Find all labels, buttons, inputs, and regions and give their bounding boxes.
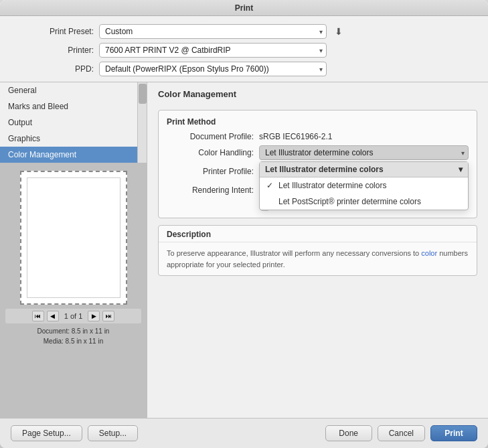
preview-inner — [27, 177, 120, 298]
right-panel: Color Management Print Method Document P… — [147, 82, 488, 418]
description-title: Description — [159, 226, 477, 242]
color-handling-row: Color Handling: Let Illustrator determin… — [167, 145, 469, 160]
ppd-label: PPD: — [13, 64, 94, 74]
doc-size-line2: Media: 8.5 in x 11 in — [37, 336, 110, 346]
doc-info: Document: 8.5 in x 11 in Media: 8.5 in x… — [37, 326, 110, 346]
save-preset-icon[interactable]: ⬇ — [335, 26, 343, 37]
color-handling-dropdown: Let Illustrator determine colors ▾ Let I… — [259, 161, 469, 210]
print-preset-select-wrapper: Custom ▾ — [99, 24, 327, 39]
title-bar: Print — [0, 0, 488, 16]
document-profile-label: Document Profile: — [167, 132, 254, 141]
color-handling-select[interactable]: Let Illustrator determine colors — [259, 145, 469, 160]
description-text-part1: To preserve appearance, Illustrator will… — [167, 249, 421, 257]
dropdown-header-text: Let Illustrator determine colors — [265, 165, 384, 174]
printer-select[interactable]: 7600 ART PRINT V2 @ CatbirdRIP — [99, 43, 327, 58]
rendering-intent-label: Rendering Intent: — [167, 185, 254, 195]
done-button[interactable]: Done — [325, 425, 372, 441]
dialog-title: Print — [235, 3, 253, 13]
sidebar-item-graphics[interactable]: Graphics — [0, 131, 147, 147]
main-content: GeneralMarks and BleedOutputGraphicsColo… — [0, 82, 488, 418]
preview-area: ⏮ ◀ 1 of 1 ▶ ⏭ Document: 8.5 in x 11 in … — [0, 163, 147, 418]
page-info: 1 of 1 — [62, 312, 86, 320]
nav-list: GeneralMarks and BleedOutputGraphicsColo… — [0, 82, 147, 163]
nav-scrollbar-thumb[interactable] — [139, 84, 147, 104]
description-text: To preserve appearance, Illustrator will… — [159, 242, 477, 275]
printer-row: Printer: 7600 ART PRINT V2 @ CatbirdRIP … — [13, 43, 475, 58]
nav-first-button[interactable]: ⏮ — [32, 311, 44, 321]
bottom-bar: Page Setup... Setup... Done Cancel Print — [0, 418, 488, 448]
printer-label: Printer: — [13, 46, 94, 55]
sidebar-item-color-management[interactable]: Color Management — [0, 147, 147, 163]
nav-scroll-area: GeneralMarks and BleedOutputGraphicsColo… — [0, 82, 147, 163]
preview-box — [20, 171, 127, 305]
color-handling-label: Color Handling: — [167, 148, 254, 157]
print-preset-select[interactable]: Custom — [99, 24, 327, 39]
sidebar-item-output[interactable]: Output — [0, 115, 147, 131]
left-panel: GeneralMarks and BleedOutputGraphicsColo… — [0, 82, 147, 418]
preview-controls: ⏮ ◀ 1 of 1 ▶ ⏭ — [5, 309, 141, 323]
print-preset-label: Print Preset: — [13, 27, 94, 36]
page-setup-button[interactable]: Page Setup... — [11, 425, 82, 441]
color-management-title: Color Management — [158, 89, 477, 99]
print-method-title: Print Method — [167, 117, 469, 127]
color-handling-select-wrapper: Let Illustrator determine colors ▾ Let I… — [259, 145, 469, 160]
cancel-button[interactable]: Cancel — [378, 425, 425, 441]
print-preset-row: Print Preset: Custom ▾ ⬇ — [13, 24, 475, 39]
document-profile-value: sRGB IEC61966-2.1 — [259, 132, 332, 141]
doc-size-line1: Document: 8.5 in x 11 in — [37, 326, 110, 336]
bottom-left-buttons: Page Setup... Setup... — [11, 425, 138, 441]
top-fields: Print Preset: Custom ▾ ⬇ Printer: 7600 A… — [0, 16, 488, 82]
description-color-link[interactable]: color — [421, 249, 437, 257]
dropdown-header-chevron-icon: ▾ — [459, 165, 463, 174]
document-profile-row: Document Profile: sRGB IEC61966-2.1 — [167, 132, 469, 141]
dropdown-item-postscript[interactable]: Let PostScript® printer determine colors — [260, 194, 468, 210]
nav-next-button[interactable]: ▶ — [88, 311, 100, 321]
description-section: Description To preserve appearance, Illu… — [158, 225, 477, 276]
nav-scrollbar[interactable] — [137, 82, 147, 163]
dropdown-header: Let Illustrator determine colors ▾ — [260, 162, 468, 177]
print-method-section: Print Method Document Profile: sRGB IEC6… — [158, 110, 477, 218]
dropdown-item-illustrator[interactable]: Let Illustrator determine colors — [260, 177, 468, 194]
print-dialog: Print Print Preset: Custom ▾ ⬇ Printer: … — [0, 0, 488, 448]
ppd-select-wrapper: Default (PowerRIPX (Epson Stylus Pro 760… — [99, 62, 327, 76]
sidebar-item-general[interactable]: General — [0, 82, 147, 98]
setup-button[interactable]: Setup... — [88, 425, 138, 441]
printer-profile-label: Printer Profile: — [167, 167, 254, 176]
sidebar-item-marks-and-bleed[interactable]: Marks and Bleed — [0, 98, 147, 115]
nav-prev-button[interactable]: ◀ — [47, 311, 59, 321]
bottom-right-buttons: Done Cancel Print — [325, 425, 477, 441]
printer-select-wrapper: 7600 ART PRINT V2 @ CatbirdRIP ▾ — [99, 43, 327, 58]
nav-last-button[interactable]: ⏭ — [102, 311, 114, 321]
ppd-row: PPD: Default (PowerRIPX (Epson Stylus Pr… — [13, 62, 475, 76]
print-button[interactable]: Print — [430, 425, 477, 441]
ppd-select[interactable]: Default (PowerRIPX (Epson Stylus Pro 760… — [99, 62, 327, 76]
